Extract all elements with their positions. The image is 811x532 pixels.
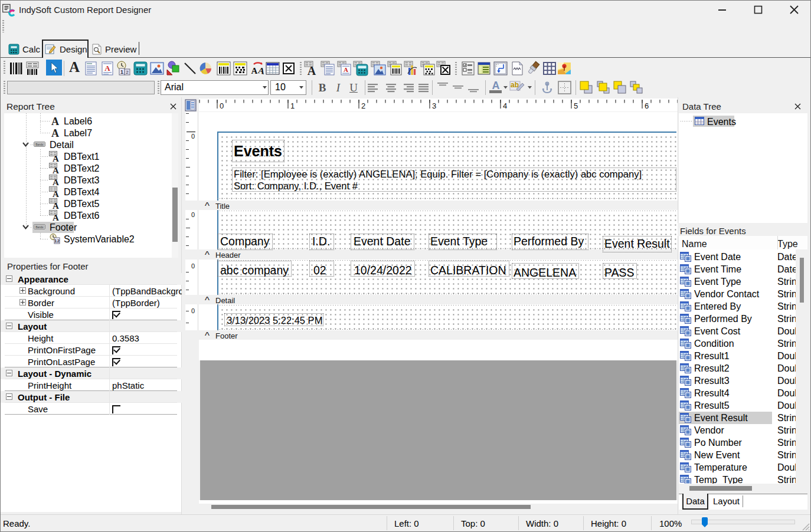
svg-text:0: 0 bbox=[220, 101, 224, 110]
svg-text:A: A bbox=[53, 166, 59, 175]
svg-text:Bands: Bands bbox=[36, 143, 44, 146]
svg-text:1: 1 bbox=[120, 69, 123, 75]
svg-text:A: A bbox=[53, 189, 59, 198]
svg-text:0: 0 bbox=[191, 307, 195, 314]
svg-text:A: A bbox=[257, 65, 266, 76]
svg-text:2: 2 bbox=[126, 70, 129, 75]
svg-text:Bands: Bands bbox=[36, 226, 44, 229]
svg-text:6: 6 bbox=[645, 101, 649, 110]
svg-text:A: A bbox=[53, 178, 59, 186]
svg-text:A: A bbox=[53, 154, 59, 163]
svg-text:3: 3 bbox=[432, 101, 436, 110]
svg-text:0: 0 bbox=[191, 262, 195, 270]
svg-text:A: A bbox=[344, 66, 348, 73]
svg-text:A: A bbox=[251, 66, 258, 75]
svg-text:A: A bbox=[53, 213, 59, 222]
svg-text:0: 0 bbox=[191, 211, 195, 218]
svg-text:2: 2 bbox=[361, 101, 365, 110]
svg-text:A: A bbox=[104, 64, 110, 73]
svg-text:A: A bbox=[308, 64, 316, 76]
svg-text:A: A bbox=[51, 128, 59, 138]
svg-text:5: 5 bbox=[574, 101, 578, 110]
svg-text:A: A bbox=[51, 116, 59, 126]
svg-text:A: A bbox=[53, 201, 59, 210]
svg-text:4: 4 bbox=[503, 101, 507, 110]
svg-text:12: 12 bbox=[54, 238, 60, 244]
svg-text:1: 1 bbox=[290, 101, 295, 110]
svg-text:0: 0 bbox=[191, 133, 195, 140]
